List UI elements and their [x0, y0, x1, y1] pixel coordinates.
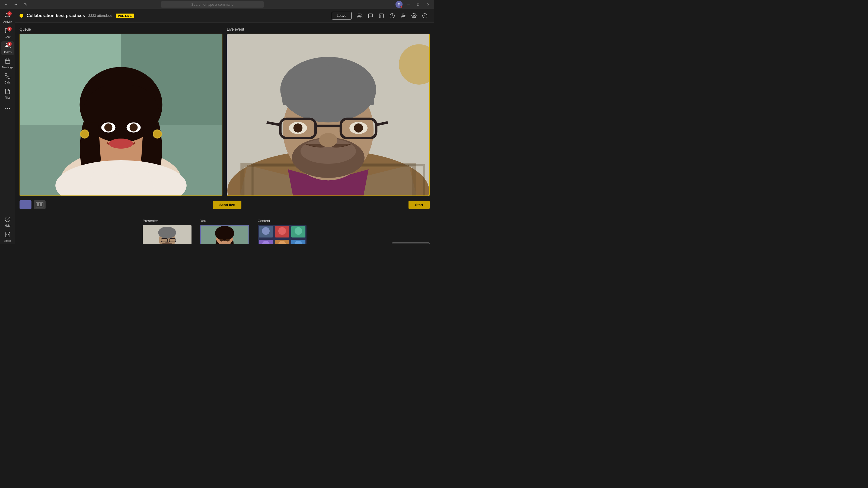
queue-video-feed	[20, 34, 222, 195]
svg-point-73	[226, 239, 230, 241]
you-thumb[interactable]	[200, 225, 249, 244]
more-icon	[5, 105, 10, 113]
calls-icon	[5, 73, 10, 80]
svg-point-37	[153, 130, 161, 138]
compose-button[interactable]: ✎	[22, 1, 29, 8]
chat-badge: 1	[7, 27, 12, 31]
svg-point-17	[402, 13, 404, 15]
participant-section: Presenter Babak Shammas	[15, 215, 434, 244]
sidebar-item-meetings[interactable]: Meetings	[1, 56, 14, 70]
svg-point-62	[158, 227, 176, 238]
files-label: Files	[5, 96, 10, 99]
share-button[interactable]: Share	[392, 242, 430, 244]
files-icon	[5, 88, 10, 96]
participants-icon-btn[interactable]	[355, 11, 365, 21]
leave-button[interactable]: Leave	[332, 12, 351, 20]
help-label: Help	[5, 224, 10, 227]
svg-point-58	[319, 133, 337, 147]
whiteboard-icon-btn[interactable]	[376, 11, 386, 21]
calls-label: Calls	[5, 81, 10, 84]
live-video-feed	[227, 34, 429, 195]
sidebar-item-chat[interactable]: 1 Chat	[1, 26, 14, 40]
sidebar-item-activity[interactable]: 2 Activity	[1, 11, 14, 25]
single-view-button[interactable]	[20, 200, 31, 209]
teams-icon: 1	[5, 43, 10, 50]
event-title: Collaboration best practices	[27, 13, 85, 18]
qa-icon-btn[interactable]	[388, 11, 397, 21]
svg-point-35	[109, 138, 133, 149]
svg-point-34	[130, 123, 138, 131]
help-icon	[5, 216, 10, 224]
chat-label: Chat	[5, 35, 10, 38]
queue-label: Queue	[20, 27, 222, 31]
content-group: Content	[258, 219, 307, 244]
attendees-count: 3333 attendees	[88, 13, 113, 18]
title-bar-right: D — □ ✕	[396, 1, 432, 8]
video-section: Queue	[15, 23, 434, 215]
svg-point-6	[7, 108, 8, 109]
content-label: Content	[258, 219, 270, 223]
sidebar-item-help[interactable]: Help	[1, 215, 14, 229]
avatar-status	[400, 6, 403, 8]
teams-badge: 1	[7, 42, 12, 46]
activity-badge: 2	[7, 11, 12, 16]
title-bar-left: ← → ✎	[2, 1, 29, 8]
event-indicator	[20, 14, 23, 18]
svg-point-15	[390, 13, 395, 18]
forward-button[interactable]: →	[12, 1, 20, 8]
minimize-button[interactable]: —	[405, 1, 412, 8]
content-area: Collaboration best practices 3333 attend…	[15, 9, 434, 244]
svg-point-80	[278, 227, 286, 235]
top-bar-icons	[355, 11, 430, 21]
maximize-button[interactable]: □	[414, 1, 422, 8]
meetings-icon	[5, 58, 10, 65]
live-video	[227, 34, 430, 196]
svg-point-78	[262, 227, 270, 235]
settings-icon-btn[interactable]	[409, 11, 419, 21]
store-label: Store	[4, 239, 11, 242]
svg-point-11	[358, 13, 360, 15]
sidebar-item-teams[interactable]: 1 Teams	[1, 41, 14, 55]
presenter-label: Presenter	[143, 219, 158, 223]
svg-rect-12	[379, 13, 383, 18]
send-live-button[interactable]: Send live	[213, 201, 241, 209]
sidebar-item-more[interactable]	[1, 102, 14, 116]
search-input[interactable]	[161, 1, 264, 8]
teams-label: Teams	[3, 51, 11, 54]
action-buttons: Share Mute all	[392, 242, 430, 244]
add-person-icon-btn[interactable]	[398, 11, 408, 21]
queue-panel: Queue	[20, 27, 222, 196]
activity-icon: 2	[5, 12, 10, 20]
main-container: 2 Activity 1 Chat 1	[0, 9, 434, 244]
meetings-label: Meetings	[2, 66, 13, 69]
chat-icon: 1	[5, 28, 10, 35]
avatar[interactable]: D	[396, 1, 403, 8]
sidebar-item-store[interactable]: Store	[1, 230, 14, 244]
top-bar: Collaboration best practices 3333 attend…	[15, 9, 434, 23]
sidebar: 2 Activity 1 Chat 1	[0, 9, 15, 244]
close-button[interactable]: ✕	[424, 1, 432, 8]
view-controls: Send live Start	[20, 199, 430, 210]
queue-video	[20, 34, 222, 196]
store-icon	[5, 231, 10, 239]
svg-point-72	[219, 239, 223, 241]
live-event-panel: Live event	[227, 27, 430, 196]
svg-point-36	[81, 130, 89, 138]
back-button[interactable]: ←	[2, 1, 10, 8]
info-icon-btn[interactable]	[420, 11, 430, 21]
presenter-thumb[interactable]	[143, 225, 191, 244]
svg-point-82	[294, 227, 302, 235]
pre-live-badge: PRE-LIVE	[116, 13, 134, 18]
content-thumb[interactable]	[258, 225, 307, 244]
title-bar: ← → ✎ D — □ ✕	[0, 0, 434, 9]
you-group: You	[200, 219, 249, 244]
split-view-button[interactable]	[34, 200, 45, 209]
sidebar-item-calls[interactable]: Calls	[1, 72, 14, 86]
svg-point-8	[5, 217, 10, 222]
sidebar-item-files[interactable]: Files	[1, 87, 14, 101]
start-button[interactable]: Start	[408, 201, 430, 209]
svg-point-71	[215, 226, 234, 241]
activity-label: Activity	[3, 20, 12, 23]
chat-icon-btn[interactable]	[366, 11, 375, 21]
svg-rect-1	[5, 59, 10, 64]
